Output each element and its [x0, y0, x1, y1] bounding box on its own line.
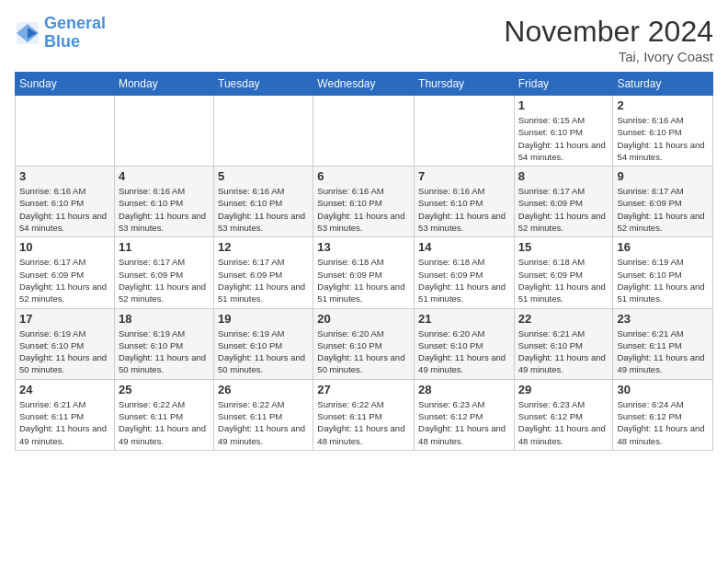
day-cell: 20Sunrise: 6:20 AM Sunset: 6:10 PM Dayli… [313, 308, 415, 379]
day-cell: 21Sunrise: 6:20 AM Sunset: 6:10 PM Dayli… [415, 308, 515, 379]
day-number: 9 [617, 169, 709, 183]
header-cell-thursday: Thursday [415, 73, 515, 96]
day-cell: 29Sunrise: 6:23 AM Sunset: 6:12 PM Dayli… [514, 379, 613, 450]
day-number: 13 [317, 240, 410, 254]
day-info: Sunrise: 6:18 AM Sunset: 6:09 PM Dayligh… [418, 256, 510, 304]
day-number: 12 [218, 240, 309, 254]
day-cell [16, 96, 115, 167]
day-cell: 17Sunrise: 6:19 AM Sunset: 6:10 PM Dayli… [16, 308, 115, 379]
day-cell: 22Sunrise: 6:21 AM Sunset: 6:10 PM Dayli… [514, 308, 613, 379]
day-info: Sunrise: 6:21 AM Sunset: 6:11 PM Dayligh… [19, 398, 110, 447]
day-cell: 15Sunrise: 6:18 AM Sunset: 6:09 PM Dayli… [514, 237, 613, 308]
calendar-table: SundayMondayTuesdayWednesdayThursdayFrid… [15, 72, 713, 451]
header-cell-monday: Monday [114, 73, 213, 96]
day-info: Sunrise: 6:16 AM Sunset: 6:10 PM Dayligh… [418, 185, 510, 234]
day-number: 30 [617, 383, 709, 396]
day-number: 18 [119, 312, 210, 326]
day-number: 3 [19, 169, 110, 183]
day-info: Sunrise: 6:16 AM Sunset: 6:10 PM Dayligh… [19, 185, 110, 234]
day-cell: 4Sunrise: 6:16 AM Sunset: 6:10 PM Daylig… [114, 167, 213, 237]
day-info: Sunrise: 6:17 AM Sunset: 6:09 PM Dayligh… [19, 256, 110, 304]
day-cell: 30Sunrise: 6:24 AM Sunset: 6:12 PM Dayli… [613, 379, 713, 450]
day-cell: 25Sunrise: 6:22 AM Sunset: 6:11 PM Dayli… [114, 379, 213, 450]
day-info: Sunrise: 6:22 AM Sunset: 6:11 PM Dayligh… [218, 398, 309, 447]
week-row-4: 17Sunrise: 6:19 AM Sunset: 6:10 PM Dayli… [16, 308, 713, 379]
location: Tai, Ivory Coast [504, 49, 713, 64]
day-info: Sunrise: 6:15 AM Sunset: 6:10 PM Dayligh… [518, 114, 609, 163]
header: General Blue November 2024 Tai, Ivory Co… [15, 15, 713, 64]
day-info: Sunrise: 6:16 AM Sunset: 6:10 PM Dayligh… [119, 185, 210, 234]
day-cell: 27Sunrise: 6:22 AM Sunset: 6:11 PM Dayli… [313, 379, 415, 450]
day-cell: 14Sunrise: 6:18 AM Sunset: 6:09 PM Dayli… [415, 237, 515, 308]
day-cell [415, 96, 515, 167]
day-cell: 9Sunrise: 6:17 AM Sunset: 6:09 PM Daylig… [613, 167, 713, 237]
day-info: Sunrise: 6:17 AM Sunset: 6:09 PM Dayligh… [518, 185, 609, 234]
logo-line1: General [44, 14, 106, 32]
page: General Blue November 2024 Tai, Ivory Co… [0, 0, 728, 465]
day-cell: 12Sunrise: 6:17 AM Sunset: 6:09 PM Dayli… [214, 237, 313, 308]
day-info: Sunrise: 6:19 AM Sunset: 6:10 PM Dayligh… [218, 327, 309, 376]
day-info: Sunrise: 6:18 AM Sunset: 6:09 PM Dayligh… [518, 256, 609, 304]
day-number: 28 [418, 383, 510, 396]
logo-text: General Blue [44, 15, 106, 52]
day-number: 21 [418, 312, 510, 326]
title-block: November 2024 Tai, Ivory Coast [504, 15, 713, 64]
day-info: Sunrise: 6:23 AM Sunset: 6:12 PM Dayligh… [418, 398, 510, 447]
logo-icon [15, 20, 40, 46]
week-row-3: 10Sunrise: 6:17 AM Sunset: 6:09 PM Dayli… [16, 237, 713, 308]
day-number: 19 [218, 312, 309, 326]
day-cell: 10Sunrise: 6:17 AM Sunset: 6:09 PM Dayli… [16, 237, 115, 308]
calendar-body: 1Sunrise: 6:15 AM Sunset: 6:10 PM Daylig… [16, 96, 713, 451]
day-cell: 28Sunrise: 6:23 AM Sunset: 6:12 PM Dayli… [415, 379, 515, 450]
day-cell: 13Sunrise: 6:18 AM Sunset: 6:09 PM Dayli… [313, 237, 415, 308]
day-number: 29 [518, 383, 609, 396]
header-cell-tuesday: Tuesday [214, 73, 313, 96]
day-number: 7 [418, 169, 510, 183]
day-info: Sunrise: 6:20 AM Sunset: 6:10 PM Dayligh… [317, 327, 410, 376]
day-number: 17 [19, 312, 110, 326]
day-cell: 16Sunrise: 6:19 AM Sunset: 6:10 PM Dayli… [613, 237, 713, 308]
day-info: Sunrise: 6:17 AM Sunset: 6:09 PM Dayligh… [617, 185, 709, 234]
day-info: Sunrise: 6:17 AM Sunset: 6:09 PM Dayligh… [218, 256, 309, 304]
day-cell [114, 96, 213, 167]
day-number: 1 [518, 98, 609, 112]
day-cell: 2Sunrise: 6:16 AM Sunset: 6:10 PM Daylig… [613, 96, 713, 167]
calendar-header: SundayMondayTuesdayWednesdayThursdayFrid… [16, 73, 713, 96]
day-number: 26 [218, 383, 309, 396]
header-cell-wednesday: Wednesday [313, 73, 415, 96]
day-cell: 5Sunrise: 6:16 AM Sunset: 6:10 PM Daylig… [214, 167, 313, 237]
day-info: Sunrise: 6:19 AM Sunset: 6:10 PM Dayligh… [119, 327, 210, 376]
header-cell-friday: Friday [514, 73, 613, 96]
day-cell: 6Sunrise: 6:16 AM Sunset: 6:10 PM Daylig… [313, 167, 415, 237]
logo: General Blue [15, 15, 106, 52]
day-cell: 3Sunrise: 6:16 AM Sunset: 6:10 PM Daylig… [16, 167, 115, 237]
day-number: 23 [617, 312, 709, 326]
logo-line2: Blue [44, 32, 80, 51]
day-info: Sunrise: 6:19 AM Sunset: 6:10 PM Dayligh… [617, 256, 709, 304]
day-number: 14 [418, 240, 510, 254]
day-cell: 1Sunrise: 6:15 AM Sunset: 6:10 PM Daylig… [514, 96, 613, 167]
month-title: November 2024 [504, 15, 713, 49]
day-cell: 26Sunrise: 6:22 AM Sunset: 6:11 PM Dayli… [214, 379, 313, 450]
day-number: 11 [119, 240, 210, 254]
day-number: 22 [518, 312, 609, 326]
week-row-2: 3Sunrise: 6:16 AM Sunset: 6:10 PM Daylig… [16, 167, 713, 237]
day-number: 27 [317, 383, 410, 396]
day-cell: 19Sunrise: 6:19 AM Sunset: 6:10 PM Dayli… [214, 308, 313, 379]
header-cell-sunday: Sunday [16, 73, 115, 96]
day-cell: 11Sunrise: 6:17 AM Sunset: 6:09 PM Dayli… [114, 237, 213, 308]
day-number: 16 [617, 240, 709, 254]
day-number: 8 [518, 169, 609, 183]
day-info: Sunrise: 6:20 AM Sunset: 6:10 PM Dayligh… [418, 327, 510, 376]
header-cell-saturday: Saturday [613, 73, 713, 96]
day-info: Sunrise: 6:22 AM Sunset: 6:11 PM Dayligh… [317, 398, 410, 447]
day-cell [214, 96, 313, 167]
week-row-5: 24Sunrise: 6:21 AM Sunset: 6:11 PM Dayli… [16, 379, 713, 450]
day-number: 20 [317, 312, 410, 326]
day-info: Sunrise: 6:23 AM Sunset: 6:12 PM Dayligh… [518, 398, 609, 447]
day-info: Sunrise: 6:24 AM Sunset: 6:12 PM Dayligh… [617, 398, 709, 447]
day-info: Sunrise: 6:17 AM Sunset: 6:09 PM Dayligh… [119, 256, 210, 304]
day-cell: 8Sunrise: 6:17 AM Sunset: 6:09 PM Daylig… [514, 167, 613, 237]
header-row: SundayMondayTuesdayWednesdayThursdayFrid… [16, 73, 713, 96]
day-cell: 18Sunrise: 6:19 AM Sunset: 6:10 PM Dayli… [114, 308, 213, 379]
